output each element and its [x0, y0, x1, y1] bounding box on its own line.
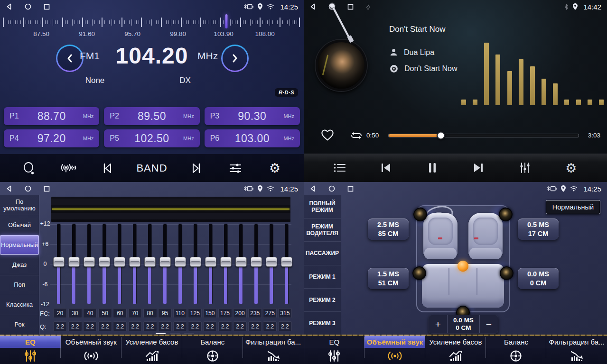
car-cabin-view[interactable] — [416, 205, 510, 312]
favorite-button[interactable] — [321, 129, 334, 141]
eq-preset-item[interactable]: Поп — [0, 275, 39, 295]
back-button[interactable] — [309, 3, 316, 10]
tab-eq[interactable]: EQ — [304, 336, 365, 364]
listening-mode-item[interactable]: ПАССАЖИР — [304, 242, 341, 265]
eq-band-slider[interactable] — [235, 224, 246, 304]
eq-preset-item[interactable]: Нормальный — [0, 235, 39, 255]
tab-surround[interactable]: Объёмный звук — [364, 336, 425, 364]
delay-front-right[interactable]: 0.5 MS 17 CM — [518, 218, 559, 240]
listening-position-dot[interactable] — [458, 261, 468, 272]
slider-thumb[interactable] — [281, 257, 292, 267]
eq-band-slider[interactable] — [251, 224, 261, 304]
equalizer-button[interactable] — [225, 162, 246, 174]
q-value[interactable]: 2.2 — [128, 321, 142, 331]
fc-value[interactable]: 40 — [83, 308, 97, 318]
eq-band-slider[interactable] — [205, 224, 215, 304]
delay-increase-button[interactable]: + — [429, 315, 448, 333]
eq-band-slider[interactable] — [266, 224, 276, 304]
broadcast-icon-button[interactable] — [58, 162, 79, 174]
tab-balance[interactable]: Баланс — [486, 336, 547, 364]
eq-preset-item[interactable]: Классика — [0, 295, 39, 315]
slider-thumb[interactable] — [175, 257, 186, 267]
eq-band-slider[interactable] — [114, 224, 124, 304]
fc-value[interactable]: 315 — [278, 308, 292, 318]
slider-thumb[interactable] — [266, 257, 277, 267]
slider-thumb[interactable] — [190, 257, 201, 267]
fc-value[interactable]: 150 — [203, 308, 217, 318]
radio-preset-button[interactable]: P1 88.70 MHz — [4, 107, 99, 125]
previous-track-button[interactable] — [375, 162, 396, 173]
fc-value[interactable]: 95 — [158, 308, 172, 318]
fc-value[interactable]: 200 — [233, 308, 247, 318]
pause-button[interactable] — [422, 162, 443, 173]
playlist-button[interactable] — [329, 162, 350, 173]
q-value[interactable]: 2.2 — [248, 321, 262, 331]
listening-mode-item[interactable]: РЕЖИМ ВОДИТЕЛЯ — [304, 218, 341, 242]
tab-bass-boost[interactable]: Усиление басов — [425, 336, 486, 364]
slider-thumb[interactable] — [144, 257, 156, 267]
recents-button[interactable] — [347, 4, 354, 10]
slider-thumb[interactable] — [220, 257, 232, 267]
q-value[interactable]: 2.2 — [218, 321, 232, 331]
fc-value[interactable]: 110 — [173, 308, 187, 318]
eq-preset-item[interactable]: Обычай — [0, 215, 39, 235]
delay-decrease-button[interactable]: − — [479, 315, 498, 333]
slider-thumb[interactable] — [159, 257, 171, 267]
delay-rear-right[interactable]: 0.0 MS 0 CM — [518, 268, 559, 289]
q-value[interactable]: 2.2 — [278, 321, 292, 331]
tab-filter[interactable]: Фильтрация ба... — [243, 336, 304, 364]
band-button[interactable]: BAND — [136, 162, 167, 174]
fc-value[interactable]: 80 — [143, 308, 157, 318]
fc-value[interactable]: 30 — [68, 308, 82, 318]
back-button[interactable] — [309, 185, 316, 192]
radio-preset-button[interactable]: P5 102.50 MHz — [104, 129, 199, 147]
fc-value[interactable]: 275 — [263, 308, 277, 318]
tab-eq[interactable]: EQ — [0, 336, 61, 364]
eq-band-slider[interactable] — [68, 224, 79, 304]
eq-preset-item[interactable]: Рок — [0, 315, 39, 335]
slider-thumb[interactable] — [205, 257, 216, 267]
fc-value[interactable]: 20 — [53, 308, 67, 318]
q-value[interactable]: 2.2 — [233, 321, 247, 331]
slider-thumb[interactable] — [251, 257, 262, 267]
eq-band-slider[interactable] — [281, 224, 291, 304]
eq-band-slider[interactable] — [129, 224, 140, 304]
q-value[interactable]: 2.2 — [68, 321, 82, 331]
frequency-scale[interactable]: 87.5091.60 95.7099.80 103.90108.00 — [0, 14, 304, 39]
home-button[interactable] — [25, 3, 31, 10]
q-value[interactable]: 2.2 — [263, 321, 277, 331]
scan-button[interactable] — [19, 162, 39, 175]
eq-band-slider[interactable] — [53, 224, 64, 304]
home-button[interactable] — [25, 185, 31, 192]
seek-bar[interactable] — [388, 134, 579, 137]
fc-value[interactable]: 125 — [188, 308, 202, 318]
radio-preset-button[interactable]: P2 89.50 MHz — [104, 107, 199, 125]
radio-preset-button[interactable]: P4 97.20 MHz — [4, 129, 99, 147]
delay-rear-left[interactable]: 1.5 MS 51 CM — [368, 268, 409, 289]
sound-preset-button[interactable]: Нормальный — [546, 200, 600, 214]
slider-thumb[interactable] — [129, 257, 140, 267]
tab-surround[interactable]: Объёмный звук — [61, 336, 121, 364]
eq-preset-item[interactable]: Джаз — [0, 255, 39, 275]
listening-mode-item[interactable]: РЕЖИМ 3 — [304, 312, 341, 335]
q-value[interactable]: 2.2 — [188, 321, 202, 331]
back-button[interactable] — [6, 185, 12, 192]
fc-value[interactable]: 175 — [218, 308, 232, 318]
settings-gear-button[interactable]: ⚙ — [560, 162, 581, 174]
slider-thumb[interactable] — [99, 257, 110, 267]
recents-button[interactable] — [44, 186, 50, 192]
radio-preset-button[interactable]: P6 103.00 MHz — [205, 129, 300, 147]
fc-value[interactable]: 70 — [128, 308, 142, 318]
delay-front-left[interactable]: 2.5 MS 85 CM — [368, 218, 409, 240]
q-value[interactable]: 2.2 — [203, 321, 217, 331]
slider-thumb[interactable] — [114, 257, 125, 267]
q-value[interactable]: 2.2 — [83, 321, 97, 331]
eq-band-slider[interactable] — [99, 224, 109, 304]
slider-thumb[interactable] — [235, 257, 247, 267]
slider-thumb[interactable] — [68, 257, 80, 267]
q-value[interactable]: 2.2 — [143, 321, 157, 331]
recents-button[interactable] — [44, 4, 50, 10]
q-value[interactable]: 2.2 — [158, 321, 172, 331]
fc-value[interactable]: 60 — [113, 308, 127, 318]
q-value[interactable]: 2.2 — [113, 321, 127, 331]
